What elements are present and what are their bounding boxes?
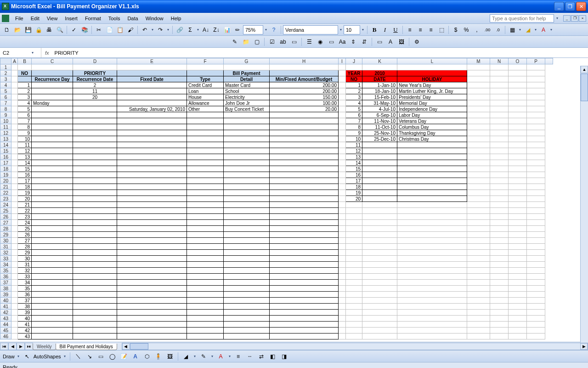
name-box-dropdown[interactable]: ▾	[30, 51, 35, 55]
fill-dropdown[interactable]: ▾	[533, 28, 538, 32]
group-icon[interactable]: ▭	[326, 37, 336, 47]
menu-help[interactable]: Help	[168, 14, 185, 23]
copy-icon[interactable]: 📄	[104, 25, 114, 35]
more-icon[interactable]: ⚙	[412, 37, 422, 47]
checkbox-icon[interactable]: ☑	[267, 37, 277, 47]
vertical-scrollbar[interactable]: ▲ ▼	[580, 66, 588, 350]
help-icon[interactable]: ?	[269, 25, 279, 35]
text-icon[interactable]: A	[385, 37, 396, 47]
fill-color-icon[interactable]: ◢	[523, 25, 533, 35]
save-icon[interactable]: 💾	[23, 25, 33, 35]
spinner-icon[interactable]: ⇵	[359, 37, 369, 47]
paste-icon[interactable]: 📋	[115, 25, 125, 35]
wordart-icon[interactable]: A	[130, 351, 141, 362]
undo-dropdown[interactable]: ▾	[150, 28, 155, 32]
bold-button[interactable]: B	[369, 25, 379, 35]
fill-bucket-icon[interactable]: ◢	[181, 351, 191, 362]
percent-icon[interactable]: %	[461, 25, 471, 35]
autosum-dropdown[interactable]: ▾	[196, 28, 200, 32]
menu-insert[interactable]: Insert	[62, 14, 81, 23]
menu-file[interactable]: File	[12, 14, 27, 23]
horizontal-scrollbar[interactable]: ◀ ▶	[122, 343, 588, 350]
tab-nav-first[interactable]: ⏮	[0, 343, 8, 350]
line-color-icon[interactable]: ✎	[198, 351, 209, 362]
menu-view[interactable]: View	[44, 14, 61, 23]
sheet-tab-current[interactable]: Bill Payment and Holidays	[56, 344, 117, 350]
tool-icon-3[interactable]: ▢	[252, 37, 262, 47]
scroll-right-icon[interactable]: ▶	[580, 343, 588, 350]
hyperlink-icon[interactable]: 🔗	[175, 25, 185, 35]
textbox-icon[interactable]: ab	[278, 37, 288, 47]
cut-icon[interactable]: ✂	[94, 25, 104, 35]
draw-dropdown[interactable]: ▾	[16, 354, 21, 358]
scroll-icon[interactable]: ⇕	[348, 37, 358, 47]
menu-edit[interactable]: Edit	[28, 14, 43, 23]
research-icon[interactable]: 📚	[79, 25, 90, 35]
scroll-left-icon[interactable]: ◀	[122, 343, 130, 350]
name-box-input[interactable]	[3, 50, 30, 56]
doc-close-button[interactable]: ×	[579, 15, 586, 22]
zoom-input[interactable]	[243, 25, 263, 34]
line-icon[interactable]: ＼	[73, 351, 83, 362]
format-painter-icon[interactable]: 🖌	[125, 25, 136, 35]
tool-icon-2[interactable]: 📁	[241, 37, 251, 47]
print-icon[interactable]: 🖶	[44, 25, 54, 35]
fill-dd[interactable]: ▾	[192, 354, 197, 358]
help-search-input[interactable]	[490, 14, 554, 23]
draw-menu[interactable]: Draw	[3, 354, 15, 359]
chart-icon[interactable]: 📊	[222, 25, 232, 35]
drawing-icon[interactable]: ✏	[232, 25, 243, 35]
option-icon[interactable]: ◉	[315, 37, 325, 47]
autosum-icon[interactable]: Σ	[185, 25, 195, 35]
italic-button[interactable]: I	[380, 25, 390, 35]
fontcolor-dropdown[interactable]: ▾	[549, 28, 554, 32]
sort-desc-icon[interactable]: Z↓	[211, 25, 221, 35]
increase-decimal-icon[interactable]: .00	[482, 25, 492, 35]
tool-icon-1[interactable]: ✎	[230, 37, 240, 47]
tab-nav-prev[interactable]: ◀	[8, 343, 17, 350]
diagram-icon[interactable]: ⬡	[142, 351, 152, 362]
undo-icon[interactable]: ↶	[140, 25, 150, 35]
hscroll-thumb[interactable]	[130, 343, 148, 350]
spelling-icon[interactable]: ✓	[69, 25, 79, 35]
formula-input[interactable]	[53, 50, 588, 56]
underline-button[interactable]: U	[390, 25, 401, 35]
menu-data[interactable]: Data	[124, 14, 141, 23]
fx-button[interactable]: fx	[41, 50, 53, 56]
borders-dropdown[interactable]: ▾	[518, 28, 522, 32]
fc-dd[interactable]: ▾	[227, 354, 232, 358]
open-icon[interactable]: 📂	[12, 25, 23, 35]
sheet-tab-weekly[interactable]: Weekly	[33, 344, 56, 350]
picture-icon[interactable]: 🖼	[165, 351, 175, 362]
decrease-decimal-icon[interactable]: .0	[493, 25, 503, 35]
button-icon[interactable]: ▭	[374, 37, 384, 47]
rectangle-icon[interactable]: ▭	[96, 351, 106, 362]
minimize-button[interactable]: _	[554, 2, 564, 11]
maximize-button[interactable]: ❐	[565, 2, 575, 11]
fontsize-select[interactable]	[344, 25, 360, 34]
line-dd[interactable]: ▾	[210, 354, 215, 358]
doc-minimize-button[interactable]: _	[563, 15, 571, 22]
combo-icon[interactable]: ▭	[289, 37, 299, 47]
sort-asc-icon[interactable]: A↓	[201, 25, 211, 35]
currency-icon[interactable]: $	[451, 25, 461, 35]
autoshapes-dropdown[interactable]: ▾	[62, 354, 67, 358]
redo-dropdown[interactable]: ▾	[166, 28, 170, 32]
arrow-style-icon[interactable]: ⇄	[256, 351, 266, 362]
shadow-icon[interactable]: ◧	[268, 351, 278, 362]
doc-restore-button[interactable]: ❐	[571, 15, 578, 22]
tab-nav-last[interactable]: ⏭	[25, 343, 33, 350]
dash-style-icon[interactable]: ┄	[245, 351, 255, 362]
font-select[interactable]	[283, 25, 338, 34]
align-right-icon[interactable]: ≡	[426, 25, 436, 35]
name-box[interactable]: ▾	[0, 48, 41, 58]
new-icon[interactable]: 🗋	[2, 25, 12, 35]
list-icon[interactable]: ☰	[304, 37, 314, 47]
arrow-icon[interactable]: ↘	[85, 351, 95, 362]
fontsize-dropdown[interactable]: ▾	[361, 28, 365, 32]
align-left-icon[interactable]: ≡	[405, 25, 415, 35]
redo-icon[interactable]: ↷	[155, 25, 165, 35]
3d-icon[interactable]: ◨	[279, 351, 289, 362]
clipart-icon[interactable]: 🧍	[153, 351, 164, 362]
textbox-draw-icon[interactable]: 📝	[119, 351, 129, 362]
